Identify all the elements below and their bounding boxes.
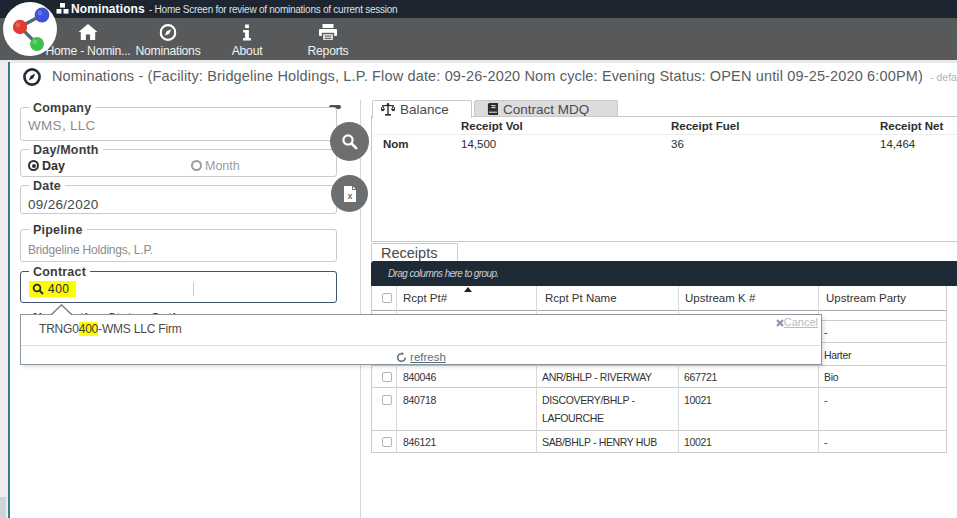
dropdown-callout-arrow [51,304,72,315]
date-fieldset[interactable]: Date 09/26/2020 [20,185,337,214]
row-checkbox[interactable] [382,395,392,405]
month-radio-label[interactable]: Month [205,159,240,173]
balance-col-receipt-fuel: Receipt Fuel [671,120,739,132]
nav-item-nominations[interactable]: Nominations [128,18,208,60]
grid-column-line-2 [536,286,537,454]
item-suffix: -WMS LLC Firm [98,322,181,336]
day-month-label: Day/Month [29,143,103,157]
dropdown-footer: refresh [21,349,821,363]
company-label: Company [29,101,95,115]
date-value: 09/26/2020 [28,197,99,212]
molecule-logo-icon [3,2,57,56]
col-header-rcpt-pt[interactable]: Rcpt Pt# [403,292,447,304]
balance-header-divider [372,134,957,135]
col-header-upstream-party[interactable]: Upstream Party [826,292,906,304]
page-title-text: Nominations - (Facility: Bridgeline Hold… [52,68,923,84]
book-icon [487,103,499,115]
cancel-label: Cancel [784,316,818,328]
receipts-header-row: Rcpt Pt# Rcpt Pt Name Upstream K # Upstr… [371,286,947,311]
autocomplete-cancel-button[interactable]: Cancel [776,316,818,328]
row-checkbox[interactable] [382,437,392,447]
contract-label: Contract [29,265,90,279]
cell-rcpt-pt-name-line1: DISCOVERY/BHLP - [542,394,635,406]
col-header-upstream-k[interactable]: Upstream K # [685,292,755,304]
tab-contract-mdq[interactable]: Contract MDQ [474,100,618,117]
splitter-accent-line [8,62,10,518]
balance-row-label: Nom [383,138,409,150]
sort-ascending-icon [464,287,472,292]
item-prefix: TRNG0 [39,322,79,336]
tab-balance-label: Balance [400,102,449,117]
refresh-icon [396,352,407,363]
grid-column-line-1 [396,286,397,454]
grid-group-bar[interactable]: Drag columns here to group. [371,261,957,286]
receipts-section-tab[interactable]: Receipts [371,243,458,261]
cell-rcpt-pt: 840046 [403,371,436,383]
refresh-link[interactable]: refresh [410,351,446,363]
app-cubes-icon [56,3,69,15]
cell-rcpt-pt-name: ANR/BHLP - RIVERWAY [542,371,652,383]
contract-search-icon [32,283,44,295]
nav-item-about-label: About [232,44,263,58]
compass-icon [160,24,177,41]
tab-balance[interactable]: Balance [372,100,472,118]
contract-fieldset[interactable]: Contract 400 [20,271,337,303]
cell-upstream-k: 10021 [684,436,711,448]
contract-query-text: 400 [48,282,70,296]
grid-column-line-4 [818,286,819,454]
month-radio[interactable] [191,160,202,171]
nav-item-about[interactable]: About [222,18,272,60]
nav-item-reports[interactable]: Reports [303,18,353,60]
autocomplete-item[interactable]: TRNG0400-WMS LLC Firm [39,322,182,336]
receipts-row-4[interactable]: 840718 DISCOVERY/BHLP - LAFOURCHE 10021 … [371,388,947,431]
export-excel-fab-button[interactable]: x [331,175,368,212]
nav-item-home-label: Home - Nomin... [46,44,131,58]
text-cursor [193,282,194,296]
cell-upstream-k: 667721 [684,371,717,383]
balance-panel: Receipt Vol Receipt Fuel Receipt Net Nom… [371,116,957,242]
receipts-section-label: Receipts [381,245,437,261]
cell-upstream-party: - [824,394,827,406]
excel-file-icon: x [343,186,357,202]
home-icon [79,24,98,41]
select-all-checkbox[interactable] [382,293,392,303]
row-checkbox[interactable] [382,372,392,382]
panel-splitter[interactable] [360,100,361,518]
info-icon [243,24,252,41]
pipeline-label: Pipeline [29,223,87,237]
page-title-default: - default [930,71,957,83]
balance-receipt-net-value: 14,464 [880,138,915,150]
tab-contract-mdq-label: Contract MDQ [503,102,589,117]
balance-col-receipt-vol: Receipt Vol [461,120,523,132]
receipts-row-3[interactable]: 840046 ANR/BHLP - RIVERWAY 667721 Bio [371,366,947,389]
contract-autocomplete-dropdown: TRNG0400-WMS LLC Firm Cancel refresh [20,314,822,365]
app-logo[interactable] [3,2,57,56]
nav-separator [0,60,957,63]
search-fab-button[interactable] [330,122,369,161]
pipeline-fieldset[interactable]: Pipeline Bridgeline Holdings, L.P. [20,229,337,262]
grid-group-hint: Drag columns here to group. [388,268,499,279]
day-month-fieldset: Day/Month Day Month [20,149,337,177]
item-highlight: 400 [79,322,98,336]
day-radio-label[interactable]: Day [42,159,65,173]
svg-text:x: x [347,190,352,200]
contract-search-input[interactable]: 400 [29,281,76,297]
day-radio[interactable] [28,160,39,171]
printer-icon [319,24,337,41]
grid-column-line-3 [678,286,679,454]
col-header-rcpt-pt-name[interactable]: Rcpt Pt Name [545,292,617,304]
balance-col-receipt-net: Receipt Net [880,120,943,132]
cell-upstream-party: - [824,326,827,338]
company-fieldset[interactable]: Company WMS, LLC [20,107,337,141]
receipts-row-5[interactable]: 846121 SAB/BHLP - HENRY HUB 10021 - [371,431,947,453]
nominations-app: Nominations - Home Screen for review of … [0,0,957,518]
balance-receipt-fuel-value: 36 [671,138,684,150]
scales-icon [381,103,395,116]
cell-upstream-k: 10021 [684,394,711,406]
nav-item-nominations-label: Nominations [136,44,201,58]
cell-rcpt-pt-name: SAB/BHLP - HENRY HUB [542,436,657,448]
balance-receipt-vol-value: 14,500 [461,138,496,150]
date-label: Date [29,179,65,193]
search-icon [341,133,358,150]
cell-rcpt-pt: 840718 [403,394,436,406]
